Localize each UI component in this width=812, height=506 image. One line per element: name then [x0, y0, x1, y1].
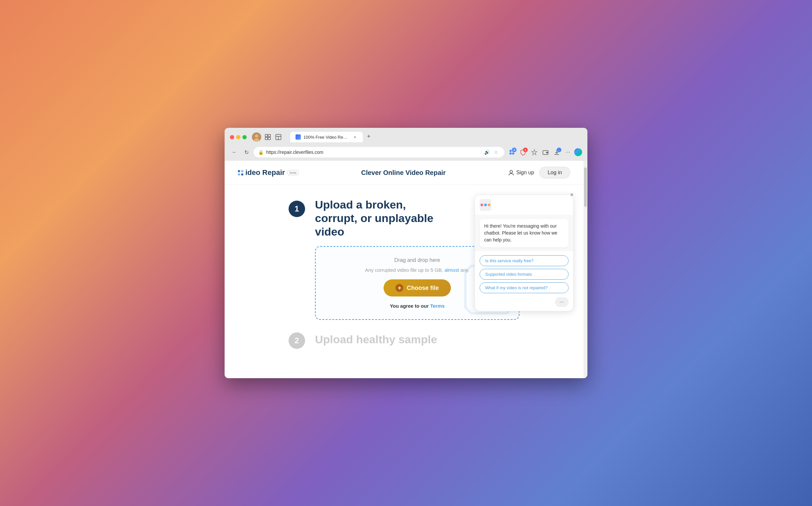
svg-point-1 — [255, 135, 258, 138]
url-input[interactable] — [266, 150, 481, 155]
tab-bar: 100% Free Video Repair Tool O ✕ + — [285, 132, 582, 142]
scrollbar-thumb[interactable] — [584, 167, 587, 207]
shield-button[interactable]: 1 — [518, 147, 528, 157]
back-button[interactable]: ← — [230, 148, 239, 157]
chatbot-options: Is this service really free? Supported v… — [475, 251, 573, 297]
downloads-badge: ↓ — [557, 148, 561, 152]
chatbot-bubble: Hi there! You're messaging with our chat… — [480, 219, 568, 247]
main-content: 1 Upload a broken, corrupt, or unplayabl… — [224, 185, 584, 362]
chatbot-box: Hi there! You're messaging with our chat… — [475, 195, 573, 311]
logo-dot-2 — [241, 170, 244, 172]
chatbot-widget: × Hi there! Yo — [475, 195, 573, 311]
chatbot-dot-2 — [484, 203, 487, 206]
logo-dot-1 — [238, 170, 240, 172]
almost-highlight: almost — [445, 267, 459, 273]
minimize-window-button[interactable] — [236, 135, 241, 139]
logo-text: ideo Repair — [246, 168, 285, 177]
refresh-button[interactable]: ↻ — [242, 148, 251, 157]
chatbot-dot-1 — [481, 203, 483, 206]
window-controls — [230, 135, 247, 139]
tab-label: 100% Free Video Repair Tool O — [303, 135, 350, 140]
person-icon — [508, 170, 514, 176]
downloads-button[interactable]: ↓ — [552, 147, 562, 157]
svg-rect-12 — [510, 153, 512, 155]
choose-file-button[interactable]: + Choose file — [384, 279, 451, 297]
plus-icon: + — [395, 284, 403, 292]
chatbot-more-area: ··· — [475, 297, 573, 311]
chatbot-close-button[interactable]: × — [570, 191, 573, 198]
log-in-button[interactable]: Log in — [539, 167, 570, 179]
svg-rect-3 — [265, 135, 267, 137]
close-window-button[interactable] — [230, 135, 234, 139]
read-aloud-icon[interactable]: 🔊 — [483, 149, 490, 156]
chatbot-avatar — [480, 199, 491, 211]
svg-rect-16 — [546, 152, 548, 153]
address-bar[interactable]: 🔒 🔊 ☆ — [254, 147, 504, 158]
logo-dots — [238, 170, 244, 176]
favorites-icon[interactable]: ☆ — [492, 149, 500, 156]
step2-number: 2 — [288, 332, 305, 349]
chatbot-option-1[interactable]: Is this service really free? — [480, 255, 568, 266]
step2-title: Upload healthy sample — [315, 333, 437, 346]
avatar-image — [252, 133, 261, 142]
step1-number: 1 — [288, 200, 305, 217]
svg-rect-10 — [510, 150, 512, 152]
browser-window: 100% Free Video Repair Tool O ✕ + ← ↻ 🔒 … — [224, 128, 588, 378]
profile-avatar-button[interactable] — [252, 133, 261, 142]
logo-dot-3 — [238, 173, 240, 176]
svg-rect-6 — [268, 137, 270, 140]
more-options-button[interactable]: ··· — [563, 147, 573, 157]
chatbot-header — [475, 195, 573, 215]
address-bar-icons: 🔊 ☆ — [483, 149, 500, 156]
address-bar-row: ← ↻ 🔒 🔊 ☆ 4 1 — [224, 145, 588, 161]
browser-actions: 4 1 ↓ ··· — [507, 147, 582, 157]
sign-up-label: Sign up — [516, 170, 534, 176]
chatbot-message-area: Hi there! You're messaging with our chat… — [475, 215, 573, 251]
svg-rect-13 — [512, 153, 514, 155]
chatbot-option-2[interactable]: Supported video formats — [480, 269, 568, 280]
sign-up-button[interactable]: Sign up — [508, 170, 534, 176]
header-actions: Sign up Log in — [508, 167, 570, 179]
page-content-wrapper: ideo Repair beta Clever Online Video Rep… — [224, 161, 588, 378]
lock-icon: 🔒 — [258, 150, 264, 155]
layout-icon[interactable] — [274, 133, 282, 141]
new-tab-button[interactable]: + — [364, 132, 374, 141]
logo-area: ideo Repair beta — [238, 168, 298, 177]
active-tab[interactable]: 100% Free Video Repair Tool O ✕ — [290, 132, 363, 142]
feature-button[interactable] — [529, 147, 539, 157]
scrollbar-track[interactable] — [584, 161, 588, 378]
extensions-badge: 4 — [512, 148, 517, 152]
wallets-button[interactable] — [541, 147, 550, 157]
chatbot-dots — [481, 203, 490, 206]
svg-point-19 — [510, 170, 513, 173]
logo-dot-4 — [241, 173, 244, 176]
tabs-icon[interactable] — [264, 133, 272, 141]
choose-file-label: Choose file — [407, 284, 438, 291]
shield-badge: 1 — [523, 148, 528, 152]
maximize-window-button[interactable] — [243, 135, 247, 139]
terms-link[interactable]: Terms — [430, 303, 445, 309]
svg-rect-4 — [268, 135, 270, 137]
step2-section: 2 Upload healthy sample — [288, 330, 520, 349]
site-title: Clever Online Video Repair — [298, 169, 508, 177]
chatbot-more-button[interactable]: ··· — [555, 297, 568, 307]
chatbot-option-3[interactable]: What if my video is not repaired? — [480, 282, 568, 293]
tab-favicon — [295, 135, 301, 140]
title-bar: 100% Free Video Repair Tool O ✕ + — [224, 128, 588, 145]
edge-icon — [574, 148, 582, 156]
browser-chrome: 100% Free Video Repair Tool O ✕ + ← ↻ 🔒 … — [224, 128, 588, 161]
svg-marker-14 — [532, 150, 537, 155]
chatbot-dot-3 — [488, 203, 490, 206]
svg-rect-5 — [265, 137, 267, 140]
close-tab-button[interactable]: ✕ — [352, 135, 357, 140]
beta-badge: beta — [288, 170, 298, 175]
extensions-button[interactable]: 4 — [507, 147, 517, 157]
page-content: ideo Repair beta Clever Online Video Rep… — [224, 161, 584, 378]
page-header: ideo Repair beta Clever Online Video Rep… — [224, 161, 584, 185]
